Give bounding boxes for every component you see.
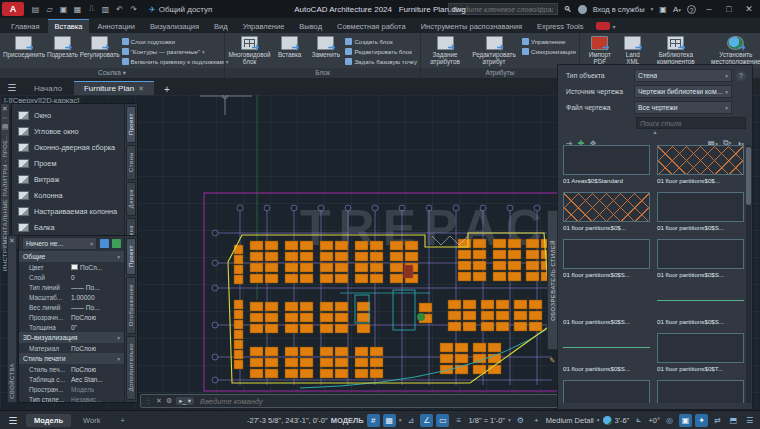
command-drag-handle[interactable]: ⋮ bbox=[145, 397, 152, 405]
tool-opening[interactable]: Проем bbox=[12, 155, 124, 171]
panel-caption-reference[interactable]: Ссылка ▾ bbox=[0, 68, 224, 78]
ribbon-tab-annotate[interactable]: Аннотации bbox=[90, 20, 142, 33]
replace-block-button[interactable]: Заменить bbox=[308, 35, 343, 68]
close-button[interactable]: ✕ bbox=[742, 4, 756, 14]
file-tab-start[interactable]: Начало bbox=[24, 82, 72, 95]
hardware-acceleration-icon[interactable]: ▣ bbox=[679, 414, 692, 427]
annotation-settings-gear-icon[interactable]: ⚙ bbox=[514, 414, 527, 427]
share-button[interactable]: ✈ Общий доступ bbox=[149, 5, 212, 14]
scrollbar-thumb[interactable] bbox=[746, 147, 751, 205]
annotation-scale-button[interactable]: 1/8" = 1'-0" bbox=[468, 416, 505, 425]
drawing-source-dropdown[interactable]: Чертежи библиотеки компонен...▾ bbox=[634, 85, 732, 98]
tool-column[interactable]: Колонна bbox=[12, 187, 124, 203]
cut-plane-height-button[interactable]: 3'-6" bbox=[615, 416, 630, 425]
prop-row-transparency[interactable]: Прозрачн...ПоСлою bbox=[19, 312, 124, 322]
print-icon[interactable]: ▥ bbox=[100, 5, 111, 14]
style-card[interactable]: 01 floor partitions$0$T... bbox=[657, 380, 744, 403]
ribbon-tab-collaborate[interactable]: Совместная работа bbox=[330, 20, 413, 33]
style-card[interactable]: 01 floor partitions$0$T... bbox=[657, 333, 744, 377]
tool-door-window-assembly[interactable]: Оконно-дверная сборка bbox=[12, 139, 124, 155]
switch-workspace-icon[interactable]: ⇄ bbox=[711, 414, 724, 427]
styles-scrollbar[interactable] bbox=[746, 145, 751, 403]
performance-icon[interactable]: ✦ bbox=[695, 414, 708, 427]
command-close-icon[interactable]: ✕ bbox=[156, 397, 162, 405]
section-general[interactable]: Общие▾ bbox=[19, 251, 124, 262]
angle-readout[interactable]: +0° bbox=[648, 416, 660, 425]
multiview-block-button[interactable]: Многовидовой блок bbox=[228, 35, 271, 68]
isolate-objects-icon[interactable]: ◎ bbox=[663, 414, 676, 427]
ribbon-tab-output[interactable]: Вывод bbox=[292, 20, 329, 33]
save-icon[interactable]: ▣ bbox=[58, 5, 69, 14]
style-card[interactable]: 01 floor partitions$0$... bbox=[563, 192, 650, 236]
object-snap-icon[interactable]: ▭ bbox=[436, 414, 449, 427]
help-circle-icon[interactable]: ? bbox=[736, 71, 746, 81]
customize-status-icon[interactable]: ☰ bbox=[743, 414, 756, 427]
style-card[interactable]: 01 floor partitions$0$T... bbox=[563, 380, 650, 403]
frames-button[interactable]: "Контуры — различные"▾ bbox=[122, 47, 229, 56]
add-scales-icon[interactable]: + bbox=[530, 414, 543, 427]
create-block-button[interactable]: Создать блок bbox=[345, 37, 417, 46]
properties-tab-extended[interactable]: Дополнительно bbox=[126, 336, 136, 399]
close-tab-icon[interactable]: ✕ bbox=[138, 85, 144, 92]
style-card[interactable]: 01 floor partitions$0$S... bbox=[563, 286, 650, 330]
isometric-angle-icon[interactable]: ⟀ bbox=[632, 414, 645, 427]
properties-tab-design[interactable]: Проект bbox=[126, 238, 136, 275]
prop-row-plot-table[interactable]: Таблица с...Aec Stan... bbox=[19, 374, 124, 384]
tool-custom-column[interactable]: Настраиваемая колонна bbox=[12, 203, 124, 219]
signin-button[interactable]: Вход в службы bbox=[593, 5, 645, 14]
redo-icon[interactable]: ↷ bbox=[128, 5, 139, 14]
palette-properties-icon[interactable]: ▤ bbox=[2, 122, 9, 131]
snap-mode-icon[interactable]: ▦ bbox=[383, 414, 396, 427]
select-objects-icon[interactable] bbox=[112, 239, 121, 248]
palette-tab-doors[interactable]: Двери bbox=[126, 182, 136, 216]
app-logo-icon[interactable]: A bbox=[2, 2, 24, 16]
manage-attributes-button[interactable]: Управление bbox=[522, 37, 576, 46]
properties-titlebar[interactable]: ✕ СВОЙСТВА bbox=[7, 235, 17, 403]
layout-tab-work[interactable]: Work bbox=[75, 414, 108, 427]
open-file-icon[interactable]: ▱ bbox=[44, 5, 55, 14]
user-avatar-icon[interactable] bbox=[578, 5, 587, 14]
drawing-file-dropdown[interactable]: Все чертежи▾ bbox=[634, 101, 732, 114]
new-drawing-button[interactable]: + bbox=[156, 84, 178, 95]
help-search-input[interactable] bbox=[448, 3, 558, 15]
search-icon[interactable]: 🔍︎ bbox=[564, 5, 572, 14]
style-card[interactable]: 01 floor partitions$0$S... bbox=[657, 239, 744, 283]
adjust-button[interactable]: Регулировать bbox=[80, 35, 120, 68]
lineweight-display-icon[interactable]: ≡ bbox=[452, 414, 465, 427]
polar-tracking-icon[interactable]: ∠ bbox=[420, 414, 433, 427]
section-plot-style[interactable]: Стиль печати▾ bbox=[19, 353, 124, 364]
file-tab-furniture-plan[interactable]: Furniture Plan✕ bbox=[74, 81, 154, 95]
attach-button[interactable]: Присоединить bbox=[3, 35, 45, 68]
object-type-dropdown[interactable]: Стена▾ bbox=[634, 69, 732, 82]
style-card[interactable]: 01 floor partitions$0$S... bbox=[657, 286, 744, 330]
maximize-button[interactable]: □ bbox=[722, 4, 736, 14]
detail-caret-icon[interactable]: ▾ bbox=[597, 417, 600, 423]
tool-curtain-wall[interactable]: Витраж bbox=[12, 171, 124, 187]
minimize-button[interactable]: – bbox=[702, 4, 716, 14]
app-store-icon[interactable]: ▣ bbox=[659, 5, 667, 14]
section-3d-visualization[interactable]: 3D-визуализация▾ bbox=[19, 332, 124, 343]
ribbon-tab-recognition[interactable]: Инструменты распознавания bbox=[414, 20, 529, 33]
ribbon-tab-visualize[interactable]: Визуализация bbox=[143, 20, 206, 33]
styles-browser-titlebar[interactable]: ОБОЗРЕВАТЕЛЬ СТИЛЕЙ bbox=[547, 210, 558, 350]
ribbon-tab-home[interactable]: Главная bbox=[4, 20, 47, 33]
prop-row-lineweight[interactable]: Вес линий—— По... bbox=[19, 302, 124, 312]
tool-corner-window[interactable]: Угловое окно bbox=[12, 123, 124, 139]
plot-icon[interactable]: ⎍ bbox=[86, 4, 97, 14]
prop-row-ltscale[interactable]: Масштаб...1.00000 bbox=[19, 292, 124, 302]
prop-row-color[interactable]: ЦветПоСл... bbox=[19, 262, 124, 272]
file-tabs-menu-icon[interactable]: ☰ bbox=[0, 80, 24, 95]
prop-row-material[interactable]: МатериалПоСлою bbox=[19, 343, 124, 353]
palette-close-icon[interactable]: ✕ bbox=[2, 104, 8, 113]
model-space-button[interactable]: МОДЕЛЬ bbox=[331, 416, 364, 425]
snap-underlays-button[interactable]: Включить привязку к подложкам▾ bbox=[122, 57, 229, 66]
style-card[interactable]: 01 Areas$0$Standard bbox=[563, 145, 650, 189]
ribbon-tab-express[interactable]: Express Tools bbox=[530, 20, 591, 33]
palette-tab-project[interactable]: Проект bbox=[126, 106, 136, 143]
prop-row-layer[interactable]: Слой0 bbox=[19, 272, 124, 282]
tool-beam[interactable]: Балка bbox=[12, 219, 124, 235]
style-card[interactable]: 01 floor partitions$0$S... bbox=[657, 192, 744, 236]
properties-tab-display[interactable]: Отображение bbox=[126, 277, 136, 334]
ribbon-tab-manage[interactable]: Управление bbox=[236, 20, 292, 33]
layout-menu-icon[interactable]: ☰ bbox=[4, 415, 22, 426]
